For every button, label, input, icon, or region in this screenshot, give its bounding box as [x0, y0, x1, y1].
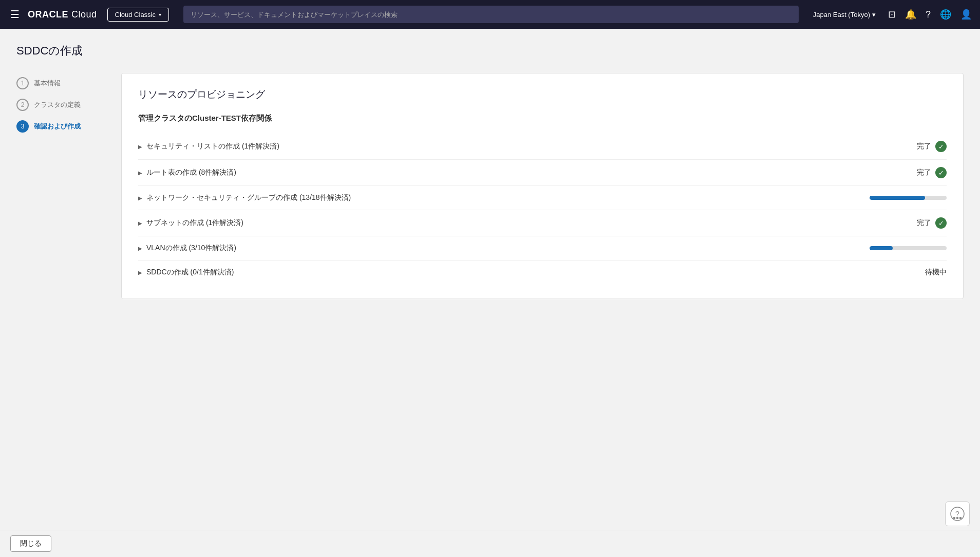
step-2-label: クラスタの定義	[34, 100, 81, 109]
row-status-subnet: 完了 ✓	[864, 217, 947, 229]
region-chevron-icon: ▾	[872, 11, 876, 18]
step-2: 2 クラスタの定義	[16, 99, 109, 111]
status-text-subnet: 完了	[917, 218, 931, 228]
oracle-logo: ORACLE Cloud	[28, 9, 97, 20]
page-content: SDDCの作成 1 基本情報 2 クラスタの定義 3 確認および作成	[0, 29, 980, 313]
row-arrow-icon-4: ▶	[138, 220, 142, 226]
console-icon[interactable]: ⊡	[888, 9, 896, 20]
panel-title: リソースのプロビジョニング	[138, 88, 947, 101]
row-status-vlan	[864, 246, 947, 250]
step-2-circle: 2	[16, 99, 29, 111]
page-title: SDDCの作成	[16, 43, 964, 59]
close-button[interactable]: 閉じる	[10, 535, 51, 552]
step-1-label: 基本情報	[34, 79, 61, 88]
progress-bar-nsg	[870, 196, 947, 200]
row-arrow-icon-2: ▶	[138, 170, 142, 176]
search-input[interactable]	[183, 6, 799, 23]
bell-icon[interactable]: 🔔	[905, 9, 916, 20]
svg-rect-2	[953, 517, 955, 519]
row-route-table: ▶ ルート表の作成 (8件解決済) 完了 ✓	[138, 160, 947, 186]
svg-rect-4	[959, 517, 962, 519]
svg-text:?: ?	[955, 510, 959, 518]
status-text-sddc: 待機中	[925, 268, 947, 277]
step-3: 3 確認および作成	[16, 120, 109, 133]
row-label-subnet: サブネットの作成 (1件解決済)	[146, 218, 864, 228]
bottom-bar: 閉じる	[0, 530, 980, 557]
row-label-security: セキュリティ・リストの作成 (1件解決済)	[146, 142, 864, 151]
row-status-nsg	[864, 196, 947, 200]
row-label-route: ルート表の作成 (8件解決済)	[146, 168, 864, 177]
check-icon-security: ✓	[935, 141, 947, 152]
step-3-label: 確認および作成	[34, 122, 81, 131]
row-status-security: 完了 ✓	[864, 141, 947, 152]
cluster-title: 管理クラスタのCluster-TEST依存関係	[138, 114, 947, 123]
row-label-vlan: VLANの作成 (3/10件解決済)	[146, 244, 864, 253]
row-status-route: 完了 ✓	[864, 167, 947, 178]
status-text-security: 完了	[917, 142, 931, 151]
oracle-text: ORACLE	[28, 9, 68, 20]
main-panel: リソースのプロビジョニング 管理クラスタのCluster-TEST依存関係 ▶ …	[121, 73, 964, 299]
header-icons: ⊡ 🔔 ? 🌐 👤	[888, 9, 972, 20]
row-arrow-icon: ▶	[138, 144, 142, 150]
row-security-list: ▶ セキュリティ・リストの作成 (1件解決済) 完了 ✓	[138, 134, 947, 160]
progress-fill-vlan	[870, 246, 893, 250]
cloud-classic-button[interactable]: Cloud Classic ▾	[107, 8, 169, 22]
step-1: 1 基本情報	[16, 77, 109, 89]
globe-icon[interactable]: 🌐	[940, 9, 951, 20]
row-nsg: ▶ ネットワーク・セキュリティ・グループの作成 (13/18件解決済)	[138, 186, 947, 210]
row-status-sddc: 待機中	[864, 268, 947, 277]
row-subnet: ▶ サブネットの作成 (1件解決済) 完了 ✓	[138, 210, 947, 236]
row-arrow-icon-3: ▶	[138, 195, 142, 201]
help-widget[interactable]: ?	[945, 502, 970, 526]
row-label-sddc: SDDCの作成 (0/1件解決済)	[146, 268, 864, 277]
step-3-circle: 3	[16, 120, 29, 133]
search-container	[183, 6, 799, 23]
row-arrow-icon-6: ▶	[138, 270, 142, 275]
user-icon[interactable]: 👤	[960, 9, 972, 20]
sidebar-steps: 1 基本情報 2 クラスタの定義 3 確認および作成	[16, 73, 109, 299]
step-1-circle: 1	[16, 77, 29, 89]
svg-rect-3	[956, 517, 958, 519]
row-vlan: ▶ VLANの作成 (3/10件解決済)	[138, 236, 947, 261]
row-arrow-icon-5: ▶	[138, 246, 142, 251]
header: ☰ ORACLE Cloud Cloud Classic ▾ Japan Eas…	[0, 0, 980, 29]
row-label-nsg: ネットワーク・セキュリティ・グループの作成 (13/18件解決済)	[146, 193, 864, 202]
main-layout: 1 基本情報 2 クラスタの定義 3 確認および作成 リソースのプロビジョニング…	[16, 73, 964, 299]
cloud-text: Cloud	[71, 9, 97, 20]
check-icon-route: ✓	[935, 167, 947, 178]
help-widget-icon: ?	[950, 507, 965, 521]
status-text-route: 完了	[917, 168, 931, 177]
progress-bar-vlan	[870, 246, 947, 250]
region-selector[interactable]: Japan East (Tokyo) ▾	[813, 11, 876, 18]
progress-fill-nsg	[870, 196, 925, 200]
cloud-classic-label: Cloud Classic	[115, 11, 156, 18]
check-icon-subnet: ✓	[935, 217, 947, 229]
chevron-down-icon: ▾	[159, 12, 161, 17]
region-label: Japan East (Tokyo)	[813, 11, 870, 18]
hamburger-icon[interactable]: ☰	[8, 6, 22, 23]
row-sddc: ▶ SDDCの作成 (0/1件解決済) 待機中	[138, 261, 947, 284]
help-icon[interactable]: ?	[926, 9, 931, 20]
